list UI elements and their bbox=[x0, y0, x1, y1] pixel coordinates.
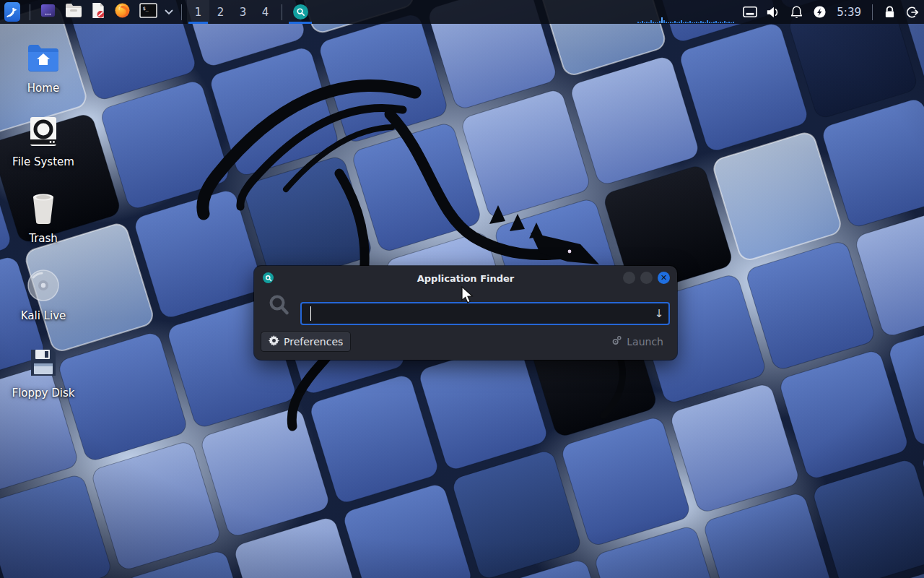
text-caret bbox=[310, 306, 311, 321]
logout-arrow-icon[interactable] bbox=[901, 0, 924, 24]
desktop-icon-label: Kali Live bbox=[21, 309, 66, 322]
terminal-icon: $_ bbox=[139, 2, 157, 22]
taskbar-application-finder[interactable] bbox=[287, 0, 313, 24]
search-input[interactable] bbox=[300, 302, 670, 325]
gear-icon bbox=[269, 335, 279, 348]
desktop-icon-file-system[interactable]: File System bbox=[6, 113, 81, 168]
preferences-label: Preferences bbox=[284, 336, 343, 348]
close-icon: ✕ bbox=[661, 273, 667, 282]
close-button[interactable]: ✕ bbox=[658, 272, 670, 284]
active-window-indicator bbox=[289, 22, 312, 24]
workspace-label: 3 bbox=[240, 6, 247, 19]
maximize-button[interactable] bbox=[640, 272, 653, 284]
network-monitor-graph[interactable] bbox=[637, 0, 738, 24]
workspace-button-2[interactable]: 2 bbox=[209, 0, 232, 24]
workspace-label: 4 bbox=[262, 6, 269, 19]
workspace-button-3[interactable]: 3 bbox=[232, 0, 254, 24]
desktop-icon-floppy-disk[interactable]: Floppy Disk bbox=[6, 344, 81, 400]
hard-drive-icon bbox=[25, 113, 62, 150]
kali-dragon-icon bbox=[4, 2, 20, 22]
workspace-label: 2 bbox=[217, 6, 225, 19]
optical-disc-icon bbox=[25, 267, 62, 304]
panel-separator bbox=[872, 4, 873, 20]
desktop-icon-label: Trash bbox=[29, 232, 58, 245]
clock[interactable]: 5:39 bbox=[831, 6, 867, 19]
launcher-file-manager[interactable] bbox=[61, 0, 87, 24]
power-bolt-icon[interactable] bbox=[808, 0, 831, 24]
workspace-label: 1 bbox=[195, 6, 202, 19]
desktop-icon-home[interactable]: Home bbox=[6, 39, 81, 95]
folder-icon bbox=[65, 3, 82, 21]
floppy-disk-icon bbox=[25, 344, 62, 381]
window-title: Application Finder bbox=[254, 273, 677, 284]
magnifier-teal-icon bbox=[293, 4, 308, 20]
launch-label: Launch bbox=[627, 336, 663, 348]
workspace-button-1[interactable]: 1 bbox=[187, 0, 209, 24]
window-magnifier-teal-icon bbox=[263, 272, 274, 283]
launcher-dropdown-chevron-icon[interactable] bbox=[162, 0, 176, 24]
trash-bin-icon bbox=[25, 189, 62, 227]
panel-separator bbox=[181, 4, 182, 20]
bell-icon[interactable] bbox=[785, 0, 808, 24]
launcher-terminal[interactable]: $_ bbox=[135, 0, 162, 24]
preferences-button[interactable]: Preferences bbox=[261, 332, 351, 352]
launcher-text-editor[interactable] bbox=[87, 0, 110, 24]
desktop-icon-label: Home bbox=[27, 82, 59, 95]
mouse-cursor bbox=[461, 286, 476, 305]
document-edit-icon bbox=[91, 2, 105, 22]
desktop-icon-label: File System bbox=[12, 155, 74, 168]
desktop-icon-label: Floppy Disk bbox=[12, 387, 75, 400]
minimize-button[interactable] bbox=[623, 272, 635, 284]
active-workspace-indicator bbox=[188, 22, 208, 24]
desktop-icon-trash[interactable]: Trash bbox=[6, 189, 81, 245]
top-panel: $_ 1 2 3 4 bbox=[0, 0, 924, 24]
launch-button[interactable]: Launch bbox=[604, 332, 671, 352]
launch-gears-icon bbox=[611, 335, 622, 348]
application-finder-window: Application Finder ✕ ↓ bbox=[254, 266, 677, 360]
purple-window-icon bbox=[40, 2, 56, 22]
wired-network-icon[interactable] bbox=[738, 0, 762, 24]
speaker-icon[interactable] bbox=[762, 0, 785, 24]
workspace-button-4[interactable]: 4 bbox=[254, 0, 276, 24]
svg-text:$_: $_ bbox=[143, 6, 149, 12]
kali-desktop: { "panel": { "launchers": [ { "name": "k… bbox=[0, 0, 924, 578]
panel-separator bbox=[282, 4, 282, 20]
firefox-icon bbox=[114, 2, 131, 22]
dropdown-arrow-icon[interactable]: ↓ bbox=[653, 307, 666, 320]
launcher-show-desktop[interactable] bbox=[35, 0, 61, 24]
action-row: Preferences Launch bbox=[261, 332, 671, 352]
lock-icon[interactable] bbox=[878, 0, 901, 24]
home-folder-icon bbox=[25, 39, 62, 77]
applications-menu-button[interactable] bbox=[0, 0, 25, 24]
search-magnifier-icon bbox=[267, 293, 292, 321]
panel-separator bbox=[30, 4, 30, 20]
launcher-firefox[interactable] bbox=[110, 0, 135, 24]
desktop-icon-kali-live[interactable]: Kali Live bbox=[6, 267, 81, 322]
